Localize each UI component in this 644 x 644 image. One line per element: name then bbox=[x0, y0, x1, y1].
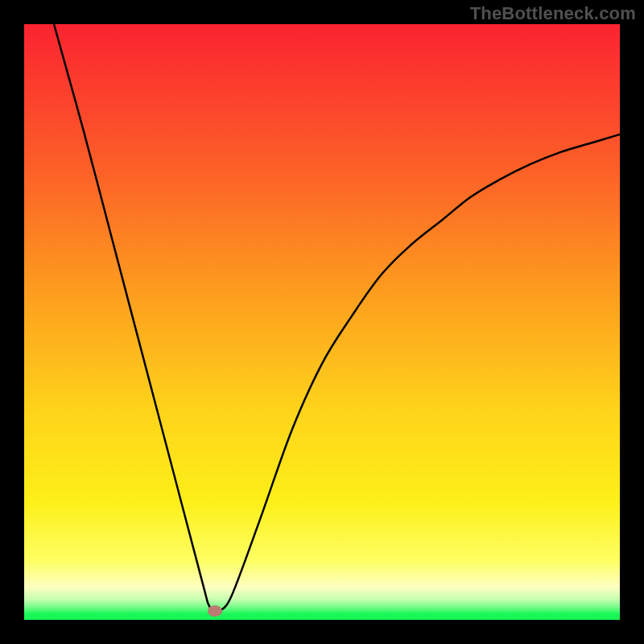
chart-frame: TheBottleneck.com bbox=[0, 0, 644, 644]
watermark-text: TheBottleneck.com bbox=[470, 3, 636, 24]
svg-rect-0 bbox=[24, 24, 620, 620]
plot-area bbox=[24, 24, 620, 620]
gradient-background bbox=[24, 24, 620, 620]
optimal-point-marker bbox=[208, 605, 222, 617]
